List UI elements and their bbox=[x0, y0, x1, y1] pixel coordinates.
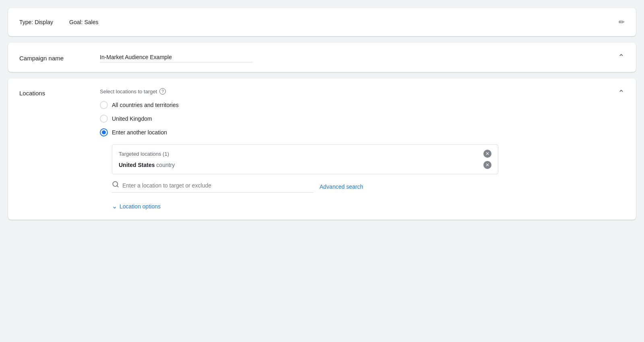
locations-card: Locations Select locations to target ? A… bbox=[8, 78, 636, 220]
location-options-row[interactable]: ⌄ Location options bbox=[112, 202, 611, 210]
type-value: Display bbox=[35, 19, 53, 25]
targeted-location-name: United States country bbox=[119, 162, 175, 168]
campaign-name-input[interactable] bbox=[100, 52, 253, 62]
radio-enter-location[interactable]: Enter another location bbox=[100, 128, 611, 136]
goal-prefix: Goal: bbox=[69, 19, 83, 25]
type-label: Type: Display bbox=[19, 19, 53, 25]
location-radio-group: All countries and territories United Kin… bbox=[100, 101, 611, 136]
search-icon bbox=[112, 181, 119, 190]
remove-location-button[interactable]: ✕ bbox=[483, 161, 491, 169]
targeted-header: Targeted locations (1) ✕ bbox=[119, 150, 491, 158]
type-goal-card: Type: Display Goal: Sales ✏ bbox=[8, 8, 636, 36]
location-options-chevron-icon: ⌄ bbox=[112, 202, 117, 210]
svg-line-1 bbox=[117, 185, 118, 187]
radio-circle-enter-location bbox=[100, 128, 108, 136]
edit-button[interactable]: ✏ bbox=[619, 18, 625, 27]
radio-circle-all-countries bbox=[100, 101, 108, 109]
type-prefix: Type: bbox=[19, 19, 33, 25]
select-locations-label: Select locations to target ? bbox=[100, 88, 611, 95]
radio-label-all-countries: All countries and territories bbox=[112, 102, 179, 108]
location-search-input[interactable] bbox=[122, 182, 313, 189]
targeted-locations-box: Targeted locations (1) ✕ United States c… bbox=[112, 144, 498, 174]
location-search-box bbox=[112, 181, 313, 193]
campaign-name-content bbox=[100, 52, 618, 62]
location-search-row: Advanced search bbox=[112, 181, 611, 193]
campaign-collapse-button[interactable]: ⌃ bbox=[618, 52, 625, 62]
radio-label-united-kingdom: United Kingdom bbox=[112, 115, 152, 122]
campaign-name-card: Campaign name ⌃ bbox=[8, 43, 636, 72]
radio-circle-united-kingdom bbox=[100, 115, 108, 123]
advanced-search-link[interactable]: Advanced search bbox=[320, 183, 363, 190]
radio-label-enter-location: Enter another location bbox=[112, 129, 167, 136]
goal-label: Goal: Sales bbox=[69, 19, 98, 25]
targeted-location-row: United States country ✕ bbox=[119, 161, 491, 169]
radio-united-kingdom[interactable]: United Kingdom bbox=[100, 115, 611, 123]
location-options-label: Location options bbox=[120, 203, 161, 210]
campaign-name-label: Campaign name bbox=[19, 52, 100, 62]
radio-all-countries[interactable]: All countries and territories bbox=[100, 101, 611, 109]
clear-all-targeted-button[interactable]: ✕ bbox=[483, 150, 491, 158]
targeted-title: Targeted locations (1) bbox=[119, 151, 169, 157]
locations-content: Locations Select locations to target ? A… bbox=[19, 88, 625, 210]
help-icon[interactable]: ? bbox=[159, 88, 166, 95]
locations-collapse-button[interactable]: ⌃ bbox=[618, 88, 625, 98]
goal-value: Sales bbox=[84, 19, 98, 25]
locations-label: Locations bbox=[19, 88, 100, 210]
